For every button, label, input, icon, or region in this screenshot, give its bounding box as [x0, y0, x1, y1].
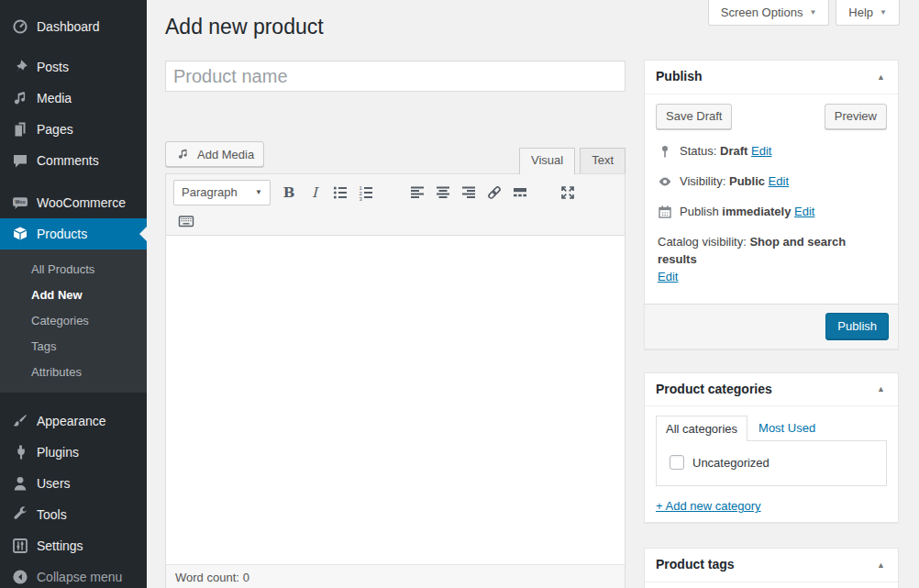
categories-box-header[interactable]: Product categories ▲: [645, 373, 898, 407]
sidebar-item-settings[interactable]: Settings: [0, 530, 147, 561]
status-label: Status:: [680, 144, 716, 158]
tab-all-categories[interactable]: All categories: [656, 416, 747, 441]
visibility-row: Visibility: Public Edit: [658, 172, 887, 191]
product-cube-icon: [11, 225, 29, 243]
category-checklist: Uncategorized: [656, 440, 887, 486]
publish-box: Publish ▲ Save Draft Preview Status: Dra…: [644, 60, 899, 349]
add-media-label: Add Media: [197, 148, 254, 161]
comment-bubble-icon: [11, 151, 29, 170]
collapse-toggle-icon[interactable]: ▲: [875, 384, 887, 394]
catalog-label: Catalog visibility:: [658, 235, 747, 249]
publish-box-header[interactable]: Publish ▲: [645, 61, 898, 94]
music-note-media-icon: [175, 147, 192, 161]
admin-menu-lower: Appearance Plugins Users Tools Settings: [0, 393, 147, 561]
category-tabs: All categories Most Used: [656, 416, 887, 440]
eye-icon: [658, 174, 672, 189]
sidebar-item-posts[interactable]: Posts: [0, 51, 147, 83]
edit-status-link[interactable]: Edit: [751, 144, 771, 158]
sidebar-item-label: Appearance: [37, 414, 106, 428]
uncategorized-checkbox[interactable]: [670, 455, 684, 470]
media-icon: [11, 89, 29, 107]
paragraph-format-select[interactable]: Paragraph ▼: [173, 180, 271, 205]
sidebar-item-label: Comments: [37, 153, 99, 168]
product-name-input[interactable]: [165, 61, 626, 92]
submenu-item-categories[interactable]: Categories: [0, 308, 147, 334]
collapse-toggle-icon[interactable]: ▲: [875, 72, 887, 82]
status-row: Status: Draft Edit: [658, 142, 887, 161]
sidebar-item-appearance[interactable]: Appearance: [0, 405, 147, 437]
blockquote-icon[interactable]: “: [379, 181, 404, 205]
tab-most-used[interactable]: Most Used: [747, 416, 826, 440]
link-icon[interactable]: [482, 181, 507, 205]
main-column: Add Media Visual Text Paragraph ▼ B I: [165, 61, 626, 588]
svg-text:3: 3: [359, 196, 362, 202]
publish-button[interactable]: Publish: [825, 313, 889, 340]
chevron-down-icon: ▼: [255, 188, 262, 196]
products-submenu: All Products Add New Categories Tags Att…: [0, 250, 147, 393]
tab-text[interactable]: Text: [580, 148, 626, 173]
sidebar-item-label: Tools: [37, 507, 67, 522]
sidebar-item-pages[interactable]: Pages: [0, 114, 147, 145]
bulleted-list-icon[interactable]: [327, 181, 353, 205]
add-media-button[interactable]: Add Media: [165, 141, 264, 167]
admin-content: Screen Options ▼ Help ▼ Add new product …: [147, 0, 919, 588]
pages-icon: [11, 120, 29, 139]
product-tags-box: Product tags ▲ Add: [644, 548, 899, 588]
screen-options-button[interactable]: Screen Options ▼: [708, 0, 830, 26]
collapse-circle-arrow-icon: [11, 568, 29, 586]
align-right-icon[interactable]: [456, 181, 482, 205]
read-more-icon[interactable]: [507, 181, 533, 205]
submenu-item-tags[interactable]: Tags: [0, 334, 147, 360]
svg-text:Woo: Woo: [15, 199, 25, 205]
collapse-menu-wrap: Collapse menu: [0, 561, 147, 588]
chevron-down-icon: ▼: [880, 8, 887, 17]
editor-text-area[interactable]: [166, 236, 625, 564]
bold-icon[interactable]: B: [276, 181, 302, 205]
add-new-category-link[interactable]: + Add new category: [656, 499, 761, 513]
tab-visual[interactable]: Visual: [519, 148, 575, 174]
category-item: Uncategorized: [670, 455, 886, 470]
help-label: Help: [848, 6, 873, 19]
catalog-visibility-row: Catalog visibility: Shop and search resu…: [658, 233, 887, 285]
calendar-icon: [658, 205, 672, 219]
submenu-item-add-new[interactable]: Add New: [0, 283, 147, 308]
edit-visibility-link[interactable]: Edit: [769, 174, 789, 188]
sidebar-item-tools[interactable]: Tools: [0, 499, 147, 530]
chevron-down-icon: ▼: [809, 8, 816, 17]
align-center-icon[interactable]: [430, 181, 456, 205]
visibility-value: Public: [729, 174, 765, 188]
tags-box-header[interactable]: Product tags ▲: [645, 549, 898, 582]
publish-box-title: Publish: [656, 68, 703, 86]
publish-actions: Publish: [645, 304, 898, 349]
preview-button[interactable]: Preview: [825, 104, 887, 129]
keyboard-toolbar-toggle-icon[interactable]: [173, 209, 199, 233]
side-column: Publish ▲ Save Draft Preview Status: Dra…: [644, 61, 899, 588]
sidebar-item-dashboard[interactable]: Dashboard: [0, 11, 147, 42]
collapse-toggle-icon[interactable]: ▲: [875, 560, 887, 570]
edit-schedule-link[interactable]: Edit: [794, 205, 814, 218]
sidebar-item-plugins[interactable]: Plugins: [0, 437, 147, 468]
save-draft-button[interactable]: Save Draft: [656, 104, 732, 129]
align-left-icon[interactable]: [404, 181, 430, 205]
collapse-menu-button[interactable]: Collapse menu: [0, 561, 147, 588]
sidebar-item-woocommerce[interactable]: Woo WooCommerce: [0, 187, 147, 218]
sidebar-item-label: Plugins: [37, 445, 79, 460]
italic-icon[interactable]: I: [302, 181, 327, 205]
categories-box-title: Product categories: [656, 381, 772, 399]
sidebar-item-media[interactable]: Media: [0, 83, 147, 114]
sidebar-item-products[interactable]: Products: [0, 218, 147, 250]
edit-catalog-link[interactable]: Edit: [658, 270, 678, 283]
submenu-item-attributes[interactable]: Attributes: [0, 360, 147, 385]
submenu-item-all-products[interactable]: All Products: [0, 257, 147, 283]
collapse-menu-label: Collapse menu: [37, 570, 122, 584]
help-button[interactable]: Help ▼: [836, 0, 900, 26]
sidebar-item-label: Posts: [37, 60, 69, 74]
plug-icon: [11, 443, 29, 461]
current-menu-arrow: [139, 227, 147, 241]
sidebar-item-label: Products: [37, 227, 87, 241]
sidebar-item-comments[interactable]: Comments: [0, 145, 147, 176]
fullscreen-icon[interactable]: [555, 181, 581, 205]
numbered-list-icon[interactable]: 123: [353, 181, 379, 205]
sidebar-item-users[interactable]: Users: [0, 468, 147, 499]
paragraph-format-label: Paragraph: [182, 185, 238, 199]
